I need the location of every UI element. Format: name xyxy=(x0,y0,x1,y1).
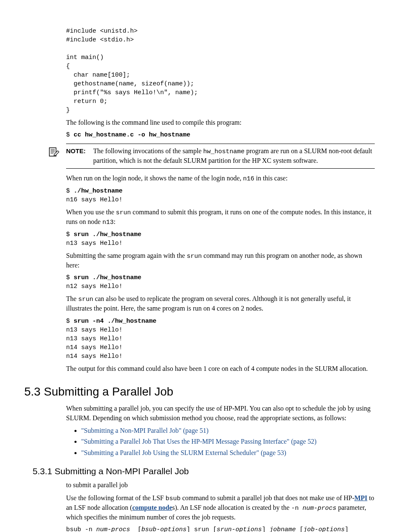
prompt: $ xyxy=(66,188,74,195)
command-1: $ cc hw_hostname.c -o hw_hostname xyxy=(66,131,375,139)
note-block: NOTE: The following invocations of the s… xyxy=(66,144,375,168)
page-content: #include <unistd.h> #include <stdio.h> i… xyxy=(66,27,375,532)
paragraph: The srun can also be used to replicate t… xyxy=(66,294,375,313)
paragraph: Use the following format of the LSF bsub… xyxy=(66,493,375,522)
note-text: The following invocations of the sample … xyxy=(93,146,375,165)
command-5: $ srun -n4 ./hw_hostname n13 says Hello!… xyxy=(66,317,375,361)
paragraph: When submitting a parallel job, you can … xyxy=(66,404,375,423)
output: n13 says Hello! xyxy=(66,240,123,247)
output: n13 says Hello! n13 says Hello! n14 says… xyxy=(66,326,123,360)
prompt: $ xyxy=(66,131,74,139)
xref-link[interactable]: "Submitting a Parallel Job That Uses the… xyxy=(81,438,317,445)
prompt: $ xyxy=(66,318,74,325)
paragraph: When run on the login node, it shows the… xyxy=(66,174,375,183)
command-bold: srun ./hw_hostname xyxy=(74,274,141,281)
xref-link[interactable]: "Submitting a Parallel Job Using the SLU… xyxy=(81,449,286,456)
list-item: "Submitting a Non-MPI Parallel Job" (pag… xyxy=(81,426,375,435)
command-bold: srun -n4 ./hw_hostname xyxy=(74,318,156,325)
command-bold: srun ./hw_hostname xyxy=(74,231,141,238)
prompt: $ xyxy=(66,274,74,281)
command-bold: cc hw_hostname.c -o hw_hostname xyxy=(74,131,190,139)
prompt: $ xyxy=(66,231,74,238)
paragraph: The following is the command line used t… xyxy=(66,118,375,127)
xref-link[interactable]: "Submitting a Non-MPI Parallel Job" (pag… xyxy=(81,427,209,434)
code-block-1: #include <unistd.h> #include <stdio.h> i… xyxy=(66,27,375,115)
section-heading: 5.3 Submitting a Parallel Job xyxy=(24,383,375,400)
link-list: "Submitting a Non-MPI Parallel Job" (pag… xyxy=(66,426,375,457)
syntax-line: bsub -n num-procs [bsub-options] srun [s… xyxy=(66,525,375,532)
command-3: $ srun ./hw_hostname n13 says Hello! xyxy=(66,230,375,248)
list-item: "Submitting a Parallel Job That Uses the… xyxy=(81,437,375,446)
output: n16 says Hello! xyxy=(66,196,123,203)
glossary-link[interactable]: compute node xyxy=(132,504,172,511)
output: n12 says Hello! xyxy=(66,283,123,290)
paragraph: Submitting the same program again with t… xyxy=(66,251,375,270)
glossary-link[interactable]: MPI xyxy=(354,494,367,501)
note-icon xyxy=(49,146,59,160)
command-4: $ srun ./hw_hostname n12 says Hello! xyxy=(66,273,375,291)
paragraph: to submit a parallel job xyxy=(66,481,375,490)
paragraph: The output for this command could also h… xyxy=(66,364,375,373)
command-bold: ./hw_hostname xyxy=(74,188,123,195)
paragraph: When you use the srun command to submit … xyxy=(66,208,375,227)
command-2: $ ./hw_hostname n16 says Hello! xyxy=(66,187,375,204)
note-label: NOTE: xyxy=(66,146,86,165)
subsection-heading: 5.3.1 Submitting a Non-MPI Parallel Job xyxy=(33,465,375,477)
list-item: "Submitting a Parallel Job Using the SLU… xyxy=(81,448,375,457)
